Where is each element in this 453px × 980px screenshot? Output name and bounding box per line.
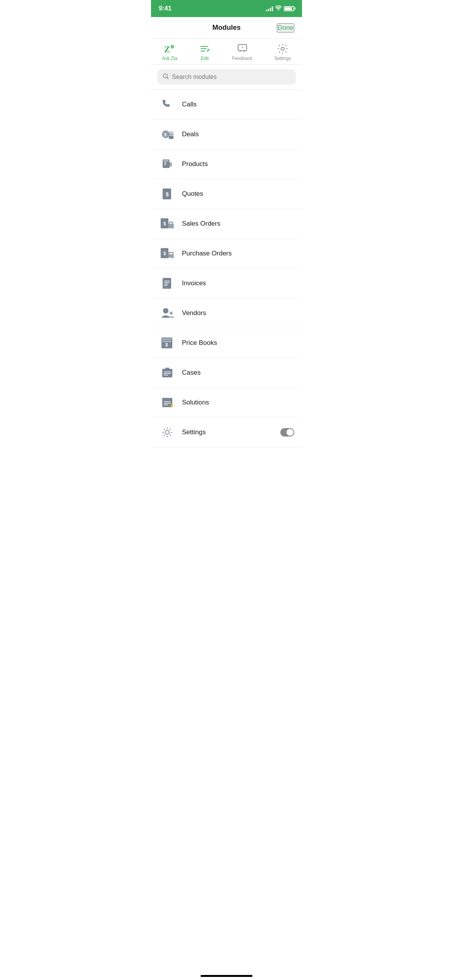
svg-rect-23 <box>168 224 174 228</box>
svg-point-50 <box>165 430 169 434</box>
ask-zia-label: Ask Zia <box>162 56 177 61</box>
module-name: Products <box>182 160 208 168</box>
zia-icon: Z <box>164 43 175 54</box>
list-item[interactable]: $ Deals <box>151 120 302 149</box>
svg-rect-12 <box>169 136 173 139</box>
list-item[interactable]: $ Sales Orders <box>151 209 302 239</box>
svg-text:$: $ <box>164 132 166 137</box>
svg-text:$: $ <box>165 342 168 348</box>
wifi-icon <box>275 5 281 12</box>
list-item[interactable]: Settings <box>151 418 302 447</box>
module-name: Calls <box>182 101 197 108</box>
toolbar-item-ask-zia[interactable]: Z Ask Zia <box>162 43 177 61</box>
svg-text:2: 2 <box>164 161 166 166</box>
list-item[interactable]: 🔑 Solutions <box>151 388 302 418</box>
price-books-icon: $ <box>159 334 176 351</box>
toggle-circle <box>287 429 293 436</box>
module-name: Quotes <box>182 190 203 198</box>
module-name: Vendors <box>182 309 206 317</box>
list-item[interactable]: 2 Products <box>151 149 302 179</box>
status-icons <box>266 5 294 12</box>
page-title: Modules <box>212 24 240 32</box>
products-icon: 2 <box>159 156 176 173</box>
svg-text:🔑: 🔑 <box>170 404 173 408</box>
search-wrapper[interactable] <box>157 69 296 85</box>
svg-text:Z: Z <box>164 45 170 54</box>
solutions-icon: 🔑 <box>159 394 176 411</box>
module-name: Purchase Orders <box>182 250 232 257</box>
search-input[interactable] <box>172 74 290 81</box>
module-name: Solutions <box>182 399 209 406</box>
invoices-icon <box>159 275 176 292</box>
settings-module-icon <box>159 424 176 441</box>
module-name: Cases <box>182 369 201 377</box>
svg-point-33 <box>170 312 173 315</box>
quotes-icon: $ <box>159 185 176 202</box>
svg-point-32 <box>163 308 168 314</box>
svg-rect-18 <box>169 163 172 166</box>
svg-point-7 <box>281 47 284 50</box>
feedback-icon <box>237 43 248 54</box>
svg-text:$: $ <box>163 221 166 226</box>
module-name: Sales Orders <box>182 220 220 228</box>
edit-label: Edit <box>201 56 209 61</box>
list-item[interactable]: Calls <box>151 90 302 120</box>
svg-rect-35 <box>162 338 172 340</box>
svg-rect-14 <box>169 132 173 133</box>
list-item[interactable]: $ Price Books <box>151 328 302 358</box>
phone-icon <box>159 96 176 113</box>
search-icon <box>163 73 169 81</box>
purchase-orders-icon: $ <box>159 245 176 262</box>
edit-icon <box>199 43 210 54</box>
module-name: Price Books <box>182 339 217 347</box>
module-name: Invoices <box>182 279 206 287</box>
list-item[interactable]: Vendors <box>151 298 302 328</box>
svg-rect-27 <box>163 278 171 289</box>
deals-icon: $ <box>159 126 176 143</box>
module-list: Calls $ Deals 2 Products <box>151 90 302 447</box>
list-item[interactable]: $ Purchase Orders <box>151 239 302 269</box>
toolbar-item-settings[interactable]: Settings <box>274 43 291 61</box>
settings-toggle[interactable] <box>280 428 294 437</box>
svg-text:$: $ <box>166 191 169 197</box>
battery-icon <box>284 6 294 11</box>
search-container <box>151 65 302 90</box>
toolbar: Z Ask Zia Edit <box>151 39 302 65</box>
svg-text:$: $ <box>163 251 166 256</box>
module-name: Deals <box>182 130 199 138</box>
status-time: 9:41 <box>159 5 172 12</box>
svg-line-9 <box>167 77 168 79</box>
svg-rect-44 <box>162 398 172 400</box>
module-name: Settings <box>182 428 206 436</box>
done-button[interactable]: Done <box>277 23 294 33</box>
cases-icon <box>159 364 176 381</box>
svg-rect-13 <box>169 134 173 135</box>
toolbar-item-feedback[interactable]: Feedback <box>232 43 252 61</box>
toolbar-item-edit[interactable]: Edit <box>199 43 210 61</box>
feedback-label: Feedback <box>232 56 252 61</box>
status-bar: 9:41 <box>151 0 302 17</box>
svg-point-6 <box>242 47 243 48</box>
list-item[interactable]: $ Quotes <box>151 179 302 209</box>
list-item[interactable]: Cases <box>151 358 302 388</box>
settings-toolbar-icon <box>277 43 288 54</box>
sales-orders-icon: $ <box>159 215 176 232</box>
signal-icon <box>266 6 273 11</box>
list-item[interactable]: Invoices <box>151 269 302 298</box>
vendors-icon <box>159 305 176 322</box>
settings-toolbar-label: Settings <box>274 56 291 61</box>
nav-header: Modules Done <box>151 17 302 39</box>
